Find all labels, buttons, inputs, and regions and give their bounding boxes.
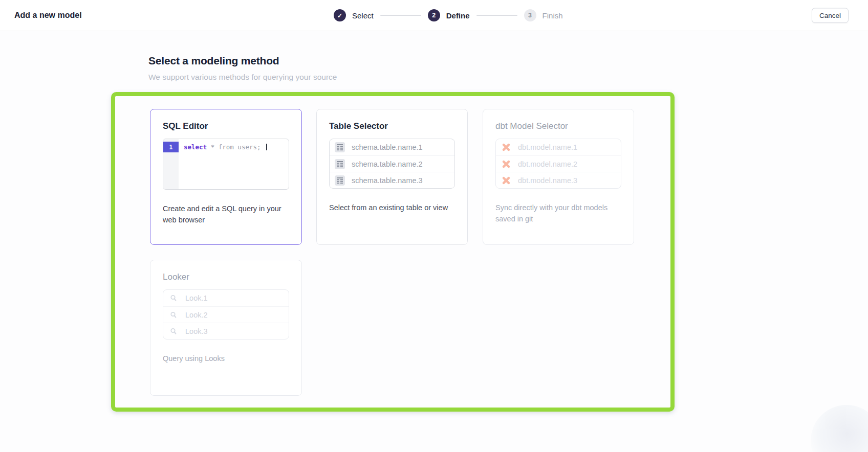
- looker-logo-icon: [168, 326, 179, 336]
- editor-code-line: select * from users;: [179, 139, 267, 189]
- card-title: dbt Model Selector: [495, 121, 621, 132]
- card-table-selector[interactable]: Table Selector schema.table.name.1 schem…: [316, 109, 468, 245]
- step-3-badge: 3: [524, 9, 536, 21]
- step-complete-check-icon: ✓: [334, 9, 346, 21]
- editor-gutter: 1: [163, 139, 179, 189]
- list-item: dbt.model.name.3: [496, 172, 621, 188]
- table-icon: [335, 159, 345, 169]
- list-item: dbt.model.name.2: [496, 155, 621, 172]
- page-heading: Select a modeling method: [148, 55, 279, 67]
- table-name: schema.table.name.2: [352, 160, 423, 168]
- looker-logo-icon: [168, 293, 179, 303]
- table-icon: [335, 175, 345, 186]
- step-connector: [476, 15, 517, 16]
- sql-keyword: select: [184, 143, 207, 151]
- step-select-label: Select: [352, 11, 374, 20]
- table-icon: [335, 142, 345, 152]
- table-list-preview: schema.table.name.1 schema.table.name.2 …: [329, 139, 455, 189]
- card-dbt-model-selector[interactable]: dbt Model Selector dbt.model.name.1 dbt.…: [483, 109, 634, 245]
- cancel-button[interactable]: Cancel: [812, 8, 849, 23]
- list-item: Look.1: [163, 290, 289, 306]
- dbt-logo-icon: [501, 142, 511, 152]
- main-content: Select a modeling method We support vari…: [0, 31, 868, 452]
- dbt-model-name: dbt.model.name.2: [518, 160, 577, 168]
- card-description: Select from an existing table or view: [329, 202, 455, 213]
- step-define-label: Define: [446, 11, 470, 20]
- card-sql-editor[interactable]: SQL Editor 1 select * from users; Create…: [150, 109, 302, 245]
- step-finish-label: Finish: [542, 11, 563, 20]
- table-name: schema.table.name.1: [352, 143, 423, 151]
- card-description: Create and edit a SQL query in your web …: [163, 203, 289, 225]
- card-description: Query using Looks: [163, 353, 289, 364]
- card-title: SQL Editor: [163, 121, 289, 132]
- dbt-model-name: dbt.model.name.1: [518, 143, 577, 151]
- sql-editor-preview: 1 select * from users;: [163, 139, 289, 190]
- stepper: ✓ Select 2 Define 3 Finish: [334, 0, 563, 31]
- looker-logo-icon: [168, 310, 179, 320]
- step-connector: [380, 15, 421, 16]
- dbt-list-preview: dbt.model.name.1 dbt.model.name.2 dbt.mo…: [495, 139, 621, 189]
- card-looker[interactable]: Looker Look.1 Look.2 Look.3 Query: [150, 260, 302, 396]
- dbt-logo-icon: [501, 159, 511, 169]
- dbt-model-name: dbt.model.name.3: [518, 176, 577, 185]
- editor-line-number: 1: [163, 142, 179, 152]
- page-title: Add a new model: [14, 11, 82, 20]
- text-cursor: [266, 144, 267, 150]
- list-item: Look.3: [163, 323, 289, 339]
- look-name: Look.2: [185, 311, 208, 319]
- list-item: schema.table.name.2: [330, 155, 454, 172]
- wizard-header: Add a new model ✓ Select 2 Define 3 Fini…: [0, 0, 868, 31]
- table-name: schema.table.name.3: [352, 176, 423, 185]
- list-item: schema.table.name.1: [330, 139, 454, 155]
- list-item: dbt.model.name.1: [496, 139, 621, 155]
- dbt-logo-icon: [501, 175, 511, 186]
- card-title: Looker: [163, 272, 289, 283]
- card-title: Table Selector: [329, 121, 455, 132]
- step-select[interactable]: ✓ Select: [334, 9, 374, 21]
- chat-widget[interactable]: [811, 405, 868, 452]
- page-subheading: We support various methods for querying …: [148, 73, 337, 82]
- step-finish: 3 Finish: [524, 9, 563, 21]
- card-description: Sync directly with your dbt models saved…: [495, 202, 621, 224]
- list-item: schema.table.name.3: [330, 172, 454, 188]
- look-name: Look.1: [185, 294, 208, 302]
- sql-code-rest: * from users;: [207, 143, 265, 151]
- look-name: Look.3: [185, 327, 208, 335]
- step-2-badge: 2: [428, 9, 440, 21]
- looker-list-preview: Look.1 Look.2 Look.3: [163, 289, 289, 340]
- step-define[interactable]: 2 Define: [428, 9, 470, 21]
- list-item: Look.2: [163, 306, 289, 323]
